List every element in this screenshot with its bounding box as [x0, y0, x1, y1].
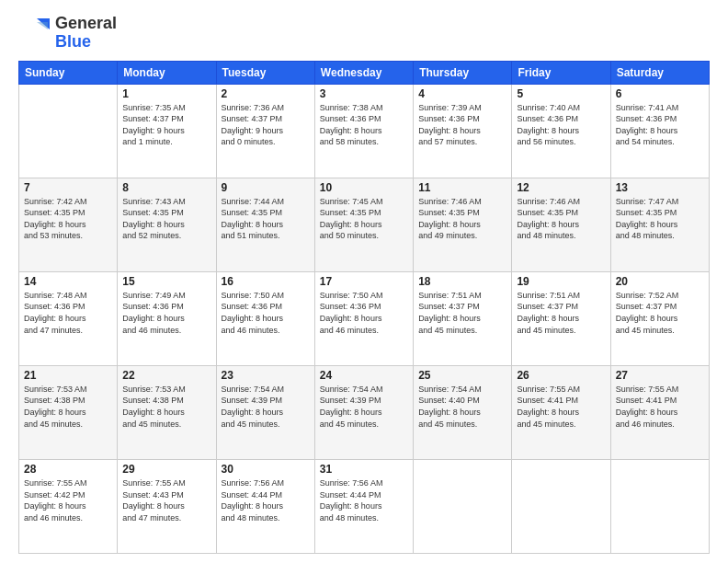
day-number: 28 — [24, 463, 112, 476]
calendar-week-row: 7Sunrise: 7:42 AM Sunset: 4:35 PM Daylig… — [19, 178, 710, 271]
cell-text: Sunrise: 7:56 AM Sunset: 4:44 PM Dayligh… — [222, 477, 310, 523]
calendar-cell: 30Sunrise: 7:56 AM Sunset: 4:44 PM Dayli… — [216, 459, 314, 553]
calendar-cell: 11Sunrise: 7:46 AM Sunset: 4:35 PM Dayli… — [414, 178, 512, 271]
cell-text: Sunrise: 7:46 AM Sunset: 4:35 PM Dayligh… — [517, 196, 605, 242]
logo-general: General — [55, 14, 117, 32]
cell-text: Sunrise: 7:38 AM Sunset: 4:36 PM Dayligh… — [320, 102, 408, 148]
calendar-cell: 13Sunrise: 7:47 AM Sunset: 4:35 PM Dayli… — [610, 178, 709, 271]
day-number: 24 — [320, 369, 408, 382]
cell-text: Sunrise: 7:50 AM Sunset: 4:36 PM Dayligh… — [222, 290, 310, 336]
calendar-cell: 20Sunrise: 7:52 AM Sunset: 4:37 PM Dayli… — [610, 271, 709, 365]
day-number: 7 — [24, 181, 112, 194]
logo-svg — [18, 17, 51, 50]
day-number: 30 — [222, 463, 310, 476]
day-number: 23 — [222, 369, 310, 382]
day-number: 2 — [222, 87, 310, 100]
cell-text: Sunrise: 7:54 AM Sunset: 4:39 PM Dayligh… — [222, 384, 310, 430]
day-number: 6 — [616, 87, 704, 100]
calendar-cell: 5Sunrise: 7:40 AM Sunset: 4:36 PM Daylig… — [512, 84, 610, 178]
calendar-week-row: 21Sunrise: 7:53 AM Sunset: 4:38 PM Dayli… — [19, 365, 710, 459]
cell-text: Sunrise: 7:55 AM Sunset: 4:43 PM Dayligh… — [122, 477, 210, 523]
calendar-cell: 19Sunrise: 7:51 AM Sunset: 4:37 PM Dayli… — [512, 271, 610, 365]
cell-text: Sunrise: 7:41 AM Sunset: 4:36 PM Dayligh… — [616, 102, 704, 148]
calendar-day-header: Saturday — [610, 61, 709, 84]
calendar-cell: 22Sunrise: 7:53 AM Sunset: 4:38 PM Dayli… — [118, 365, 216, 459]
calendar-cell — [19, 84, 118, 178]
calendar-week-row: 14Sunrise: 7:48 AM Sunset: 4:36 PM Dayli… — [19, 271, 710, 365]
calendar-cell: 1Sunrise: 7:35 AM Sunset: 4:37 PM Daylig… — [118, 84, 216, 178]
cell-text: Sunrise: 7:55 AM Sunset: 4:42 PM Dayligh… — [24, 477, 112, 523]
svg-marker-1 — [37, 22, 48, 29]
logo-text: General Blue — [55, 15, 117, 52]
logo: General Blue — [18, 15, 117, 52]
cell-text: Sunrise: 7:50 AM Sunset: 4:36 PM Dayligh… — [320, 290, 408, 336]
calendar-day-header: Wednesday — [314, 61, 413, 84]
cell-text: Sunrise: 7:49 AM Sunset: 4:36 PM Dayligh… — [122, 290, 210, 336]
logo-blue: Blue — [55, 32, 91, 51]
day-number: 17 — [320, 275, 408, 288]
calendar-cell: 26Sunrise: 7:55 AM Sunset: 4:41 PM Dayli… — [512, 365, 610, 459]
calendar-day-header: Thursday — [414, 61, 512, 84]
calendar-cell: 12Sunrise: 7:46 AM Sunset: 4:35 PM Dayli… — [512, 178, 610, 271]
cell-text: Sunrise: 7:51 AM Sunset: 4:37 PM Dayligh… — [418, 290, 506, 336]
calendar-cell: 31Sunrise: 7:56 AM Sunset: 4:44 PM Dayli… — [314, 459, 413, 553]
day-number: 26 — [517, 369, 605, 382]
calendar-cell: 9Sunrise: 7:44 AM Sunset: 4:35 PM Daylig… — [216, 178, 314, 271]
day-number: 22 — [122, 369, 210, 382]
day-number: 13 — [616, 181, 704, 194]
day-number: 15 — [122, 275, 210, 288]
day-number: 16 — [222, 275, 310, 288]
calendar-table: SundayMondayTuesdayWednesdayThursdayFrid… — [18, 61, 710, 554]
day-number: 5 — [517, 87, 605, 100]
cell-text: Sunrise: 7:43 AM Sunset: 4:35 PM Dayligh… — [122, 196, 210, 242]
day-number: 14 — [24, 275, 112, 288]
day-number: 18 — [418, 275, 506, 288]
day-number: 8 — [122, 181, 210, 194]
cell-text: Sunrise: 7:54 AM Sunset: 4:40 PM Dayligh… — [418, 384, 506, 430]
cell-text: Sunrise: 7:35 AM Sunset: 4:37 PM Dayligh… — [122, 102, 210, 148]
calendar-cell: 15Sunrise: 7:49 AM Sunset: 4:36 PM Dayli… — [118, 271, 216, 365]
calendar-cell: 24Sunrise: 7:54 AM Sunset: 4:39 PM Dayli… — [314, 365, 413, 459]
calendar-cell: 3Sunrise: 7:38 AM Sunset: 4:36 PM Daylig… — [314, 84, 413, 178]
calendar-day-header: Tuesday — [216, 61, 314, 84]
cell-text: Sunrise: 7:53 AM Sunset: 4:38 PM Dayligh… — [122, 384, 210, 430]
day-number: 10 — [320, 181, 408, 194]
day-number: 4 — [418, 87, 506, 100]
cell-text: Sunrise: 7:55 AM Sunset: 4:41 PM Dayligh… — [517, 384, 605, 430]
calendar-day-header: Sunday — [19, 61, 118, 84]
cell-text: Sunrise: 7:53 AM Sunset: 4:38 PM Dayligh… — [24, 384, 112, 430]
day-number: 12 — [517, 181, 605, 194]
calendar-cell: 17Sunrise: 7:50 AM Sunset: 4:36 PM Dayli… — [314, 271, 413, 365]
calendar-cell: 6Sunrise: 7:41 AM Sunset: 4:36 PM Daylig… — [610, 84, 709, 178]
cell-text: Sunrise: 7:47 AM Sunset: 4:35 PM Dayligh… — [616, 196, 704, 242]
cell-text: Sunrise: 7:48 AM Sunset: 4:36 PM Dayligh… — [24, 290, 112, 336]
calendar-cell: 4Sunrise: 7:39 AM Sunset: 4:36 PM Daylig… — [414, 84, 512, 178]
calendar-cell: 7Sunrise: 7:42 AM Sunset: 4:35 PM Daylig… — [19, 178, 118, 271]
calendar-cell: 18Sunrise: 7:51 AM Sunset: 4:37 PM Dayli… — [414, 271, 512, 365]
calendar-cell — [512, 459, 610, 553]
calendar-week-row: 28Sunrise: 7:55 AM Sunset: 4:42 PM Dayli… — [19, 459, 710, 553]
day-number: 11 — [418, 181, 506, 194]
calendar-cell: 25Sunrise: 7:54 AM Sunset: 4:40 PM Dayli… — [414, 365, 512, 459]
cell-text: Sunrise: 7:40 AM Sunset: 4:36 PM Dayligh… — [517, 102, 605, 148]
page-header: General Blue — [18, 15, 710, 52]
day-number: 20 — [616, 275, 704, 288]
cell-text: Sunrise: 7:46 AM Sunset: 4:35 PM Dayligh… — [418, 196, 506, 242]
calendar-cell — [610, 459, 709, 553]
cell-text: Sunrise: 7:52 AM Sunset: 4:37 PM Dayligh… — [616, 290, 704, 336]
cell-text: Sunrise: 7:54 AM Sunset: 4:39 PM Dayligh… — [320, 384, 408, 430]
cell-text: Sunrise: 7:55 AM Sunset: 4:41 PM Dayligh… — [616, 384, 704, 430]
cell-text: Sunrise: 7:45 AM Sunset: 4:35 PM Dayligh… — [320, 196, 408, 242]
day-number: 3 — [320, 87, 408, 100]
day-number: 19 — [517, 275, 605, 288]
calendar-cell: 16Sunrise: 7:50 AM Sunset: 4:36 PM Dayli… — [216, 271, 314, 365]
cell-text: Sunrise: 7:39 AM Sunset: 4:36 PM Dayligh… — [418, 102, 506, 148]
day-number: 27 — [616, 369, 704, 382]
calendar-cell: 2Sunrise: 7:36 AM Sunset: 4:37 PM Daylig… — [216, 84, 314, 178]
day-number: 1 — [122, 87, 210, 100]
cell-text: Sunrise: 7:51 AM Sunset: 4:37 PM Dayligh… — [517, 290, 605, 336]
calendar-cell: 27Sunrise: 7:55 AM Sunset: 4:41 PM Dayli… — [610, 365, 709, 459]
calendar-day-header: Monday — [118, 61, 216, 84]
day-number: 29 — [122, 463, 210, 476]
calendar-cell: 28Sunrise: 7:55 AM Sunset: 4:42 PM Dayli… — [19, 459, 118, 553]
